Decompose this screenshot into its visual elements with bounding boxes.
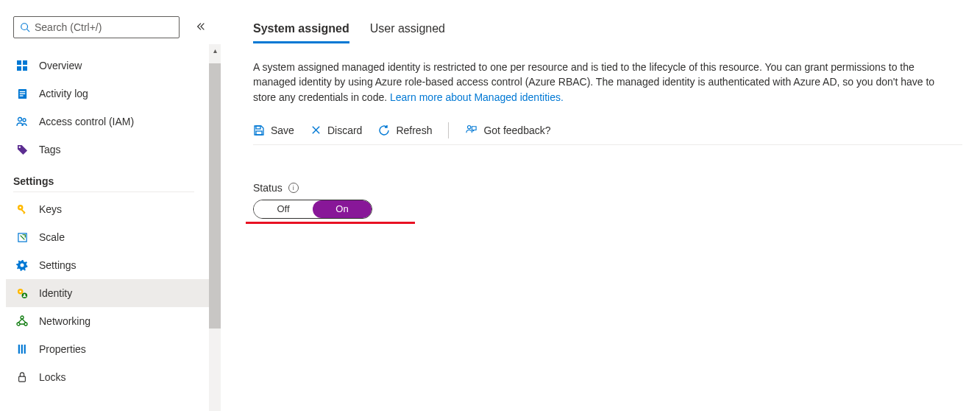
- save-icon: [253, 124, 265, 136]
- svg-rect-3: [23, 60, 27, 65]
- collapse-sidebar-button[interactable]: [193, 18, 209, 37]
- svg-rect-31: [256, 131, 262, 135]
- nav-settings-group: Settings Keys Scale Settings Identity: [13, 168, 209, 391]
- save-label: Save: [271, 124, 294, 136]
- settings-icon: [15, 259, 29, 271]
- svg-rect-9: [19, 95, 23, 96]
- sidebar-item-scale[interactable]: Scale: [6, 223, 216, 251]
- svg-point-0: [21, 24, 28, 30]
- status-info-icon[interactable]: i: [288, 183, 299, 193]
- identity-icon: [15, 288, 29, 299]
- main-content: System assigned User assigned A system a…: [221, 0, 980, 411]
- annotation-highlight: [246, 222, 415, 224]
- refresh-button[interactable]: Refresh: [378, 124, 432, 136]
- search-input[interactable]: [35, 21, 173, 33]
- status-toggle[interactable]: Off On: [253, 200, 372, 219]
- svg-point-14: [19, 206, 21, 208]
- svg-point-32: [468, 126, 471, 129]
- svg-point-10: [18, 118, 22, 122]
- sidebar-item-label: Tags: [39, 144, 61, 155]
- search-row: [13, 16, 209, 38]
- svg-rect-28: [24, 345, 26, 354]
- feedback-label: Got feedback?: [483, 124, 550, 136]
- tags-icon: [15, 144, 29, 155]
- sidebar-item-label: Networking: [39, 315, 90, 327]
- tab-user-assigned[interactable]: User assigned: [370, 22, 445, 43]
- overview-icon: [15, 60, 29, 71]
- svg-rect-2: [17, 60, 21, 65]
- search-box[interactable]: [13, 16, 180, 38]
- svg-point-18: [21, 264, 24, 267]
- keys-icon: [15, 204, 29, 215]
- svg-rect-5: [23, 66, 27, 71]
- sidebar-item-label: Identity: [39, 287, 72, 299]
- svg-rect-8: [19, 93, 25, 94]
- status-toggle-wrap: Off On: [253, 200, 962, 224]
- command-bar: Save Discard Refresh Got feedback?: [253, 116, 962, 145]
- sidebar: Overview Activity log Access control (IA…: [0, 0, 221, 411]
- svg-point-11: [23, 119, 26, 122]
- sidebar-scrollbar[interactable]: ▴: [209, 44, 221, 411]
- svg-rect-4: [17, 66, 21, 71]
- refresh-label: Refresh: [396, 124, 432, 136]
- sidebar-item-access-control[interactable]: Access control (IAM): [6, 108, 216, 136]
- status-label: Status: [253, 182, 283, 194]
- description-body: A system assigned managed identity is re…: [253, 61, 934, 103]
- sidebar-item-networking[interactable]: Networking: [6, 307, 216, 335]
- svg-point-25: [24, 323, 27, 326]
- discard-icon: [310, 124, 322, 136]
- svg-rect-7: [19, 91, 25, 91]
- command-separator: [448, 122, 449, 138]
- scale-icon: [15, 232, 29, 243]
- search-icon: [20, 22, 30, 32]
- status-toggle-off[interactable]: Off: [254, 200, 313, 218]
- scroll-up-arrow-icon[interactable]: ▴: [209, 44, 221, 56]
- svg-point-12: [18, 146, 20, 147]
- svg-point-24: [17, 323, 20, 326]
- properties-icon: [15, 344, 29, 354]
- save-button[interactable]: Save: [253, 124, 294, 136]
- sidebar-item-label: Settings: [39, 259, 77, 271]
- sidebar-item-label: Scale: [39, 231, 65, 243]
- svg-rect-30: [256, 126, 260, 129]
- sidebar-item-label: Properties: [39, 343, 86, 355]
- svg-rect-26: [18, 345, 20, 354]
- networking-icon: [15, 315, 29, 327]
- sidebar-item-identity[interactable]: Identity: [6, 279, 216, 307]
- sidebar-item-activity-log[interactable]: Activity log: [6, 80, 216, 108]
- status-label-row: Status i: [253, 182, 962, 194]
- sidebar-item-label: Keys: [39, 203, 62, 215]
- sidebar-item-properties[interactable]: Properties: [6, 335, 216, 363]
- status-toggle-on[interactable]: On: [313, 200, 372, 218]
- activity-log-icon: [15, 88, 29, 99]
- sidebar-item-settings[interactable]: Settings: [6, 251, 216, 279]
- scrollbar-thumb[interactable]: [209, 63, 221, 329]
- refresh-icon: [378, 124, 390, 136]
- svg-rect-29: [19, 376, 26, 382]
- sidebar-item-label: Overview: [39, 60, 82, 71]
- settings-heading: Settings: [13, 168, 194, 192]
- tab-system-assigned[interactable]: System assigned: [253, 22, 349, 43]
- discard-label: Discard: [327, 124, 362, 136]
- sidebar-item-keys[interactable]: Keys: [6, 195, 216, 223]
- discard-button[interactable]: Discard: [310, 124, 362, 136]
- chevron-double-left-icon: [196, 21, 206, 32]
- locks-icon: [15, 372, 29, 382]
- feedback-button[interactable]: Got feedback?: [465, 124, 550, 136]
- sidebar-item-label: Locks: [39, 371, 66, 383]
- svg-line-1: [27, 29, 30, 32]
- learn-more-link[interactable]: Learn more about Managed identities.: [390, 91, 564, 103]
- sidebar-item-label: Access control (IAM): [39, 116, 134, 127]
- sidebar-item-tags[interactable]: Tags: [6, 136, 216, 164]
- access-control-icon: [15, 116, 29, 127]
- svg-point-23: [21, 316, 24, 319]
- sidebar-item-locks[interactable]: Locks: [6, 363, 216, 391]
- tab-bar: System assigned User assigned: [253, 22, 962, 43]
- svg-point-20: [19, 290, 21, 292]
- sidebar-item-label: Activity log: [39, 88, 88, 99]
- feedback-icon: [465, 124, 477, 136]
- sidebar-item-overview[interactable]: Overview: [6, 52, 216, 80]
- nav-primary-group: Overview Activity log Access control (IA…: [13, 52, 209, 164]
- description-text: A system assigned managed identity is re…: [253, 60, 952, 105]
- svg-point-22: [24, 294, 25, 295]
